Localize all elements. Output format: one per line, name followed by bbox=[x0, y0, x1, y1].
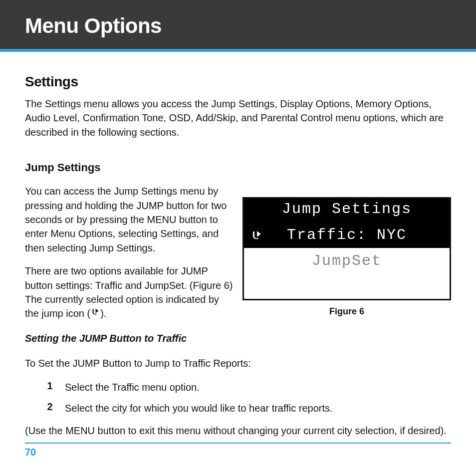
footer-rule: 70 bbox=[25, 443, 451, 458]
page-footer: 70 bbox=[0, 443, 476, 458]
figure-6: Jump Settings Traffic: NYC JumpSet Figur… bbox=[242, 197, 451, 317]
lcd-screen: Jump Settings Traffic: NYC JumpSet bbox=[242, 197, 451, 300]
step-number: 1 bbox=[25, 380, 65, 394]
step-number: 2 bbox=[25, 401, 65, 415]
jump-note: (Use the MENU button to exit this menu w… bbox=[25, 424, 451, 438]
jump-subheading: Setting the JUMP Button to Traffic bbox=[25, 333, 451, 344]
jump-icon bbox=[90, 308, 100, 318]
page-content: Settings The Settings menu allows you ac… bbox=[0, 52, 476, 438]
settings-intro: The Settings menu allows you access the … bbox=[25, 97, 451, 139]
lcd-row-traffic: Traffic: NYC bbox=[244, 222, 450, 248]
lcd-unselected-text: JumpSet bbox=[312, 252, 382, 269]
lcd-selected-text: Traffic: NYC bbox=[287, 227, 407, 243]
jump-para-2-post: ). bbox=[100, 308, 106, 319]
lcd-spacer bbox=[244, 274, 450, 299]
jump-para-2-pre: There are two options available for JUMP… bbox=[25, 265, 233, 319]
lcd-row-jumpset: JumpSet bbox=[244, 248, 450, 274]
jump-instruction: To Set the JUMP Button to Jump to Traffi… bbox=[25, 356, 451, 370]
steps-list: 1 Select the Traffic menu option. 2 Sele… bbox=[25, 380, 451, 416]
step-1: 1 Select the Traffic menu option. bbox=[25, 380, 451, 394]
step-text: Select the Traffic menu option. bbox=[65, 380, 200, 394]
jump-settings-heading: Jump Settings bbox=[25, 161, 451, 174]
lcd-title: Jump Settings bbox=[244, 199, 450, 222]
page-header: Menu Options bbox=[0, 0, 476, 49]
jump-icon bbox=[250, 230, 260, 240]
settings-heading: Settings bbox=[25, 74, 451, 90]
page-title: Menu Options bbox=[25, 14, 451, 38]
figure-caption: Figure 6 bbox=[242, 306, 451, 317]
step-2: 2 Select the city for which you would li… bbox=[25, 401, 451, 415]
step-text: Select the city for which you would like… bbox=[65, 401, 333, 415]
jump-settings-block: Jump Settings Traffic: NYC JumpSet Figur… bbox=[25, 184, 451, 356]
page-number: 70 bbox=[25, 447, 36, 458]
